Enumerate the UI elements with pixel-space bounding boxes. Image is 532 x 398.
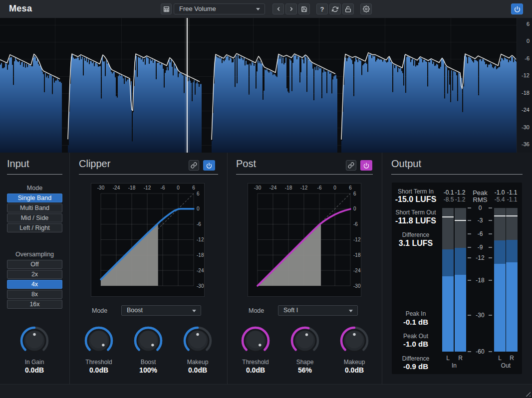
clipper-threshold-knob-value: 0.0dB xyxy=(76,366,122,374)
in-gain-knob-value: 0.0dB xyxy=(11,366,57,374)
clipper-threshold-knob[interactable] xyxy=(83,325,114,356)
svg-text:-18: -18 xyxy=(128,185,136,191)
svg-text:-12: -12 xyxy=(300,185,308,191)
meter-peak-hold-line xyxy=(506,215,518,216)
svg-text:-30: -30 xyxy=(353,283,361,289)
post-shape-knob-value: 56% xyxy=(282,366,328,374)
chevron-down-icon xyxy=(256,8,260,10)
svg-text:-24: -24 xyxy=(269,185,277,191)
link-icon xyxy=(348,162,354,169)
help-icon: ? xyxy=(320,5,324,13)
post-power-button[interactable] xyxy=(360,160,372,171)
meter-peak-hold-line xyxy=(455,220,466,221)
chevron-right-icon xyxy=(288,6,294,12)
help-button[interactable]: ? xyxy=(316,3,328,14)
divider xyxy=(391,174,523,175)
clipper-makeup-knob-value: 0.0dB xyxy=(175,366,221,374)
svg-text:-18: -18 xyxy=(285,185,292,191)
clipper-boost-knob[interactable] xyxy=(133,325,164,356)
refresh-button[interactable] xyxy=(329,3,341,14)
clipper-mode-select[interactable]: Boost xyxy=(121,305,201,316)
meter-scale-label: 0 xyxy=(470,204,490,211)
clipper-power-button[interactable] xyxy=(203,160,215,171)
post-link-button[interactable] xyxy=(346,160,356,171)
post-mode-value: Soft I xyxy=(283,307,298,314)
mode-section-label: Mode xyxy=(7,185,62,192)
post-transfer-graph: -30-24-18-12-60660-6-12-18-24-30 xyxy=(248,183,361,297)
meter-channel-label: L xyxy=(442,355,454,362)
bypass-power-button[interactable] xyxy=(511,3,523,14)
clipper-makeup-knob[interactable] xyxy=(182,325,213,356)
save-preset-button[interactable] xyxy=(298,3,310,14)
svg-text:0: 0 xyxy=(333,185,336,191)
next-preset-button[interactable] xyxy=(285,3,297,14)
svg-text:-24: -24 xyxy=(197,268,204,273)
peak-row-label: Peak xyxy=(470,189,490,197)
svg-text:-30: -30 xyxy=(254,185,262,191)
db-scale-label: -36 xyxy=(522,141,530,148)
clipper-boost-knob-block: Boost100% xyxy=(125,325,171,374)
in-gain-knob-label: In Gain xyxy=(11,359,57,366)
clipper-threshold-knob-block: Threshold0.0dB xyxy=(76,325,122,374)
oversampling-section-label: Oversampling xyxy=(7,251,62,258)
preset-select[interactable]: Free Volume xyxy=(174,3,265,14)
db-scale-label: -24 xyxy=(522,106,530,113)
post-makeup-knob-value: 0.0dB xyxy=(331,366,377,374)
svg-text:-30: -30 xyxy=(197,283,204,289)
input-mode-option[interactable]: Left / Right xyxy=(7,223,62,232)
clipper-makeup-knob-label: Makeup xyxy=(175,359,221,366)
oversampling-option[interactable]: 2x xyxy=(7,270,62,279)
peak-value: -0.9 dB xyxy=(392,362,440,371)
power-icon xyxy=(514,6,521,12)
input-panel-title: Input xyxy=(7,158,29,170)
waveform-db-scale: 60-6-12-18-24-30-36 xyxy=(517,18,532,153)
db-scale-label: -30 xyxy=(522,124,530,131)
svg-text:-12: -12 xyxy=(197,237,204,242)
db-scale-label: 6 xyxy=(527,20,530,27)
svg-text:6: 6 xyxy=(349,185,352,191)
clipper-transfer-graph: -30-24-18-12-60660-6-12-18-24-30 xyxy=(91,183,205,297)
loudness-label: Short Term Out xyxy=(392,209,440,216)
unlock-icon xyxy=(345,6,351,12)
footer xyxy=(0,384,532,398)
oversampling-option[interactable]: Off xyxy=(7,260,62,269)
peak-label: Peak Out xyxy=(392,333,440,340)
post-shape-knob[interactable] xyxy=(289,325,320,356)
input-mode-option[interactable]: Single Band xyxy=(7,194,62,202)
clipper-link-button[interactable] xyxy=(189,160,199,171)
save-icon xyxy=(301,6,307,12)
meter-rms-fill xyxy=(455,275,466,352)
clipper-mode-value: Boost xyxy=(127,307,143,314)
chevron-down-icon xyxy=(192,310,196,312)
preset-name: Free Volume xyxy=(179,5,216,12)
settings-button[interactable] xyxy=(360,3,372,14)
resize-grip[interactable] xyxy=(524,390,531,397)
preset-browser-button[interactable] xyxy=(161,3,172,14)
peak-value: -1.0 dB xyxy=(392,340,440,348)
oversampling-option[interactable]: 4x xyxy=(7,280,62,289)
meter-scale-label: -18 xyxy=(470,277,490,284)
prev-preset-button[interactable] xyxy=(272,3,284,14)
meter-scale-label: -12 xyxy=(470,254,490,261)
refresh-icon xyxy=(332,6,338,12)
meter-rms-fill xyxy=(494,264,506,352)
oversampling-option[interactable]: 16x xyxy=(7,300,62,309)
svg-text:-6: -6 xyxy=(353,221,358,227)
meter-scale-label: -60 xyxy=(470,348,490,355)
post-shape-knob-label: Shape xyxy=(282,359,328,366)
lock-button[interactable] xyxy=(342,3,354,14)
clipper-knob-row: Threshold0.0dBBoost100%Makeup0.0dB xyxy=(76,325,221,374)
in-gain-knob[interactable] xyxy=(19,325,50,356)
input-mode-option[interactable]: Mid / Side xyxy=(7,213,62,222)
output-meter-box: Short Term In-15.0 LUFSShort Term Out-11… xyxy=(392,183,522,374)
post-mode-select[interactable]: Soft I xyxy=(278,305,358,316)
post-threshold-knob[interactable] xyxy=(240,325,271,356)
post-mode-label: Mode xyxy=(249,307,264,314)
rms-readout-value: -1.2 xyxy=(450,196,470,203)
oversampling-option[interactable]: 8x xyxy=(7,290,62,299)
input-mode-option[interactable]: Multi Band xyxy=(7,203,62,212)
post-makeup-knob[interactable] xyxy=(339,325,370,356)
svg-text:-6: -6 xyxy=(161,185,165,191)
power-icon xyxy=(363,163,369,169)
rms-row-label: RMS xyxy=(470,196,490,203)
